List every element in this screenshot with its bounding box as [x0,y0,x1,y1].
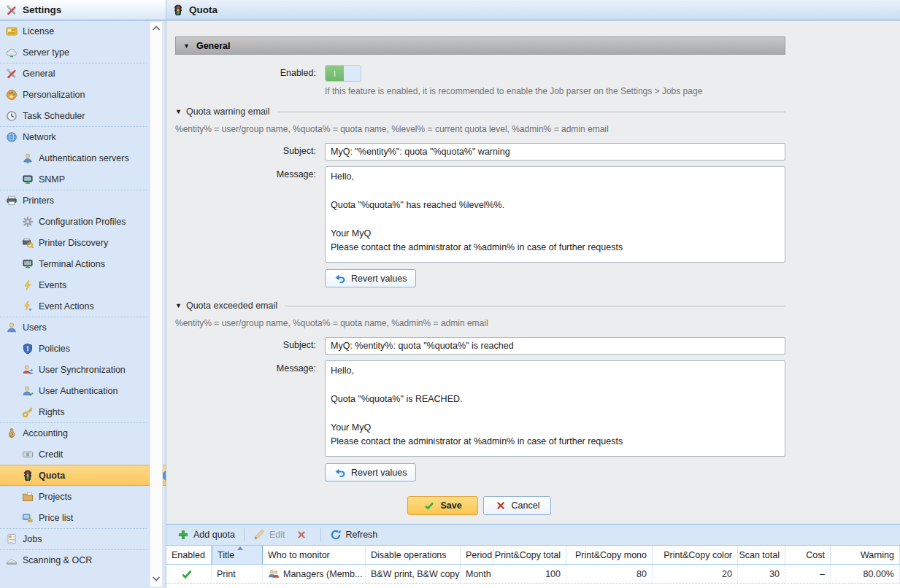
sidebar-item-label: Events [39,280,66,290]
quota-table-row[interactable]: Print Managers (Memb... B&W print, B&W c… [166,565,900,584]
cell-print-copy-total: 100 [493,565,566,583]
sidebar-item-events[interactable]: Events [0,274,147,295]
sidebar-scrollbar[interactable] [150,21,163,587]
sidebar-item-printer-discovery[interactable]: Printer Discovery [0,232,147,253]
sidebar-item-accounting[interactable]: Accounting [0,422,147,444]
refresh-button[interactable]: Refresh [325,527,383,543]
sidebar-item-snmp[interactable]: SNMP [0,169,147,190]
exceeded-message-textarea[interactable]: Hello, Quota "%quota%" is REACHED. Your … [325,360,785,457]
column-header-print-copy-total[interactable]: Print&Copy total [493,546,566,564]
collapse-triangle-icon: ▼ [175,108,182,115]
column-header-print-copy-color[interactable]: Print&Copy color [653,546,738,564]
warning-subject-label: Subject: [175,143,316,160]
exceeded-revert-button[interactable]: Revert values [325,463,416,481]
delete-quota-button[interactable] [291,527,317,543]
printer-search-icon [22,237,34,249]
toggle-off-segment [344,66,361,81]
money-bag-icon [6,428,18,439]
column-header-cost[interactable]: Cost [785,546,831,564]
exceeded-email-variables-hint: %entity% = user/group name, %quota% = qu… [175,318,785,328]
sidebar-item-policies[interactable]: Policies [0,338,147,359]
section-general-header[interactable]: ▼ General [175,36,785,55]
sidebar-item-scanning-ocr[interactable]: Scanning & OCR [0,549,147,570]
refresh-icon [330,529,342,541]
sidebar-item-label: Task Scheduler [23,111,85,121]
cell-enabled [166,565,212,583]
toolbar-separator [320,528,321,541]
group-icon [268,568,280,580]
sidebar-item-quota[interactable]: Quota [0,465,166,486]
sidebar-item-user-authentication[interactable]: User Authentication [0,380,147,401]
sidebar-item-user-synchronization[interactable]: User Synchronization [0,359,147,380]
sidebar-item-label: Scanning & OCR [23,555,92,565]
sidebar-item-users[interactable]: Users [0,317,147,338]
scroll-up-icon[interactable] [152,24,161,34]
sidebar-item-credit[interactable]: Credit [0,444,147,465]
cell-disable-operations: B&W print, B&W copy [366,565,461,583]
column-header-who-to-monitor[interactable]: Who to monitor [263,546,366,564]
plus-icon [177,529,189,541]
exceeded-subject-input[interactable] [325,337,785,355]
cancel-label: Cancel [512,500,540,511]
sidebar-item-license[interactable]: License [0,20,147,42]
sidebar-item-network[interactable]: Network [0,126,147,147]
column-header-scan-total[interactable]: Scan total [738,546,785,564]
user-check-icon [22,385,34,397]
monitor-icon [22,174,34,185]
warning-revert-button[interactable]: Revert values [325,269,416,287]
settings-sidebar: Settings License Server type General Per… [0,0,166,588]
sidebar-item-personalization[interactable]: Personalization [0,84,147,105]
sidebar-item-task-scheduler[interactable]: Task Scheduler [0,105,147,126]
edit-quota-label: Edit [269,530,285,540]
sidebar-item-configuration-profiles[interactable]: Configuration Profiles [0,211,147,232]
cell-print-copy-mono: 80 [566,565,653,583]
banknote-icon [22,449,34,460]
collapse-triangle-icon: ▼ [175,302,182,309]
sidebar-item-authentication-servers[interactable]: Authentication servers [0,147,147,169]
section-warning-email-header[interactable]: ▼ Quota warning email [175,107,785,117]
column-header-period[interactable]: Period [461,546,493,564]
app-window: Settings License Server type General Per… [0,0,900,588]
column-header-print-copy-mono[interactable]: Print&Copy mono [566,546,653,564]
column-header-warning[interactable]: Warning [831,546,900,564]
sidebar-items: License Server type General Personalizat… [0,20,166,588]
quota-table-header: Enabled Title Who to monitor Disable ope… [166,545,900,565]
scroll-down-icon[interactable] [152,574,161,584]
sidebar-item-projects[interactable]: Projects [0,486,147,507]
sidebar-item-label: Authentication servers [39,153,129,163]
column-header-title[interactable]: Title [212,546,263,564]
warning-subject-input[interactable] [325,143,785,160]
cell-cost: – [785,565,831,583]
column-header-enabled[interactable]: Enabled [166,546,212,564]
cancel-button[interactable]: Cancel [483,496,551,515]
sidebar-item-label: Terminal Actions [39,259,105,269]
column-header-disable-operations[interactable]: Disable operations [366,546,461,564]
add-quota-button[interactable]: Add quota [172,527,240,543]
warning-message-textarea[interactable]: Hello, Quota "%quota%" has reached %leve… [325,166,785,263]
edit-quota-button[interactable]: Edit [248,527,291,543]
enabled-toggle[interactable]: I [325,65,361,82]
sidebar-item-general[interactable]: General [0,63,147,84]
sidebar-item-label: Users [23,322,47,333]
check-icon [423,500,435,511]
save-button[interactable]: Save [407,496,478,515]
sidebar-item-label: Printer Discovery [39,238,108,248]
sidebar-item-jobs[interactable]: Jobs [0,528,147,549]
warning-message-label: Message: [175,166,316,265]
section-exceeded-email-header[interactable]: ▼ Quota exceeded email [175,301,785,311]
cell-print-copy-color: 20 [653,565,738,583]
sidebar-item-price-list[interactable]: Price list [0,507,147,528]
section-divider [277,112,785,112]
key-icon [22,406,34,418]
sidebar-item-rights[interactable]: Rights [0,401,147,422]
warning-revert-label: Revert values [351,274,407,284]
sidebar-item-printers[interactable]: Printers [0,190,147,211]
sidebar-item-server-type[interactable]: Server type [0,42,147,63]
sidebar-item-event-actions[interactable]: Event Actions [0,295,147,317]
sidebar-title: Settings [23,4,61,15]
traffic-light-icon [22,470,34,481]
sidebar-item-terminal-actions[interactable]: Terminal Actions [0,253,147,274]
lightning-action-icon [22,301,34,312]
revert-icon [334,467,346,479]
lightning-icon [22,279,34,291]
